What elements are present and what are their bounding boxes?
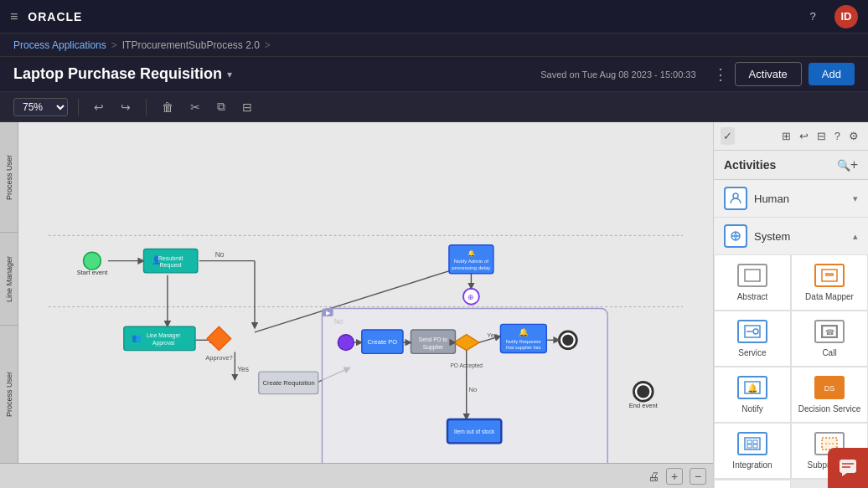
svg-text:DS: DS: [824, 384, 835, 393]
activity-item-abstract[interactable]: Abstract: [714, 254, 791, 311]
svg-rect-83: [747, 440, 752, 444]
page-title: Laptop Purchase Requisition: [13, 65, 222, 83]
svg-text:⊕: ⊕: [468, 292, 474, 301]
user-button[interactable]: ID: [834, 5, 858, 28]
panel-settings-button[interactable]: ⚙: [846, 127, 861, 145]
activity-item-decision-service[interactable]: DS Decision Service: [791, 367, 868, 423]
system-group-label: System: [754, 230, 846, 243]
svg-text:Notify Requestor: Notify Requestor: [506, 339, 541, 344]
activities-search-button[interactable]: 🔍: [837, 159, 850, 172]
service-label: Service: [738, 348, 766, 357]
paste-button[interactable]: ⊟: [237, 97, 257, 117]
human-group-chevron-icon: ▾: [853, 193, 858, 204]
data-mapper-label: Data Mapper: [805, 292, 854, 301]
swim-lanes: Process User Line Manager Process User: [0, 122, 18, 463]
process-diagram: No Yes No Communicate Purchase Request ▶…: [18, 122, 713, 463]
svg-text:Start event: Start event: [77, 269, 108, 276]
activity-item-data-mapper[interactable]: Data Mapper: [791, 254, 868, 311]
abstract-label: Abstract: [737, 292, 768, 301]
svg-marker-62: [207, 326, 230, 350]
activities-header: Activities 🔍 +: [714, 151, 868, 180]
svg-rect-94: [840, 460, 856, 473]
activate-button[interactable]: Activate: [735, 62, 802, 86]
human-group: Human ▾: [714, 180, 868, 218]
zoom-select[interactable]: 75% 50% 100%: [13, 98, 68, 116]
activities-add-button[interactable]: +: [850, 157, 858, 172]
lane-label-line-manager: Line Manager: [5, 256, 13, 302]
zoom-minus-button[interactable]: −: [690, 468, 706, 485]
svg-text:No: No: [469, 386, 478, 393]
cut-button[interactable]: ✂: [185, 97, 205, 117]
svg-point-52: [84, 252, 101, 270]
activity-item-call[interactable]: ☎ Call: [791, 311, 868, 367]
breadcrumb-sep2: >: [265, 39, 271, 51]
svg-text:Approval: Approval: [152, 340, 175, 347]
notify-icon: 🔔: [737, 376, 767, 399]
human-group-header[interactable]: Human ▾: [714, 180, 868, 217]
panel-check-button[interactable]: ✓: [721, 127, 735, 145]
more-button[interactable]: ⋮: [706, 62, 735, 87]
delete-button[interactable]: 🗑: [157, 97, 178, 117]
title-bar: Laptop Purchase Requisition ▾ Saved on T…: [0, 57, 868, 92]
call-icon: ☎: [814, 320, 845, 343]
service-icon: [737, 320, 767, 343]
svg-rect-85: [747, 444, 752, 448]
hamburger-icon[interactable]: ≡: [10, 9, 18, 24]
zoom-plus-button[interactable]: +: [666, 468, 683, 485]
panel-grid-button[interactable]: ⊞: [779, 127, 793, 145]
panel-toolbar: ✓ ⊞ ↩ ⊟ ? ⚙: [714, 122, 868, 151]
svg-text:Yes: Yes: [487, 331, 498, 339]
breadcrumb-app-link[interactable]: Process Applications: [13, 39, 106, 51]
add-button[interactable]: Add: [809, 63, 855, 85]
svg-text:Resubmit: Resubmit: [158, 255, 183, 262]
activity-item-service[interactable]: Service: [714, 311, 791, 367]
svg-text:Notify Admin of: Notify Admin of: [454, 258, 489, 264]
copy-button[interactable]: ⧉: [212, 96, 230, 117]
activities-title: Activities: [724, 158, 837, 172]
help-button[interactable]: ?: [801, 5, 824, 28]
system-items-grid: Abstract Data Mapper: [714, 254, 868, 479]
lane-label-process-user-bottom: Process User: [5, 372, 13, 417]
svg-point-75: [753, 329, 758, 334]
svg-rect-84: [753, 440, 757, 444]
breadcrumb: Process Applications > ITProcurementSubP…: [0, 33, 868, 57]
panel-help-button[interactable]: ?: [832, 127, 843, 145]
svg-text:☎: ☎: [825, 328, 834, 336]
svg-text:Send PO to: Send PO to: [419, 336, 447, 342]
svg-text:🔔: 🔔: [468, 249, 476, 257]
svg-point-66: [733, 193, 738, 198]
svg-text:🔔: 🔔: [519, 327, 529, 337]
svg-rect-86: [753, 444, 757, 448]
title-chevron-icon[interactable]: ▾: [227, 69, 232, 80]
print-button[interactable]: 🖨: [648, 470, 659, 483]
swim-lane-process-user-top: Process User: [0, 122, 18, 233]
chat-bubble-button[interactable]: [828, 448, 868, 488]
call-label: Call: [822, 348, 836, 357]
svg-text:Create Requisition: Create Requisition: [263, 379, 315, 387]
breadcrumb-current: ITProcurementSubProcess 2.0: [122, 39, 260, 51]
activity-item-integration[interactable]: Integration: [714, 423, 791, 479]
panel-table-button[interactable]: ⊟: [814, 127, 829, 145]
svg-point-50: [637, 385, 649, 398]
svg-point-17: [338, 335, 354, 351]
svg-text:Yes: Yes: [237, 365, 249, 373]
svg-marker-97: [842, 473, 847, 476]
system-group-icon: [724, 224, 747, 248]
svg-text:No: No: [215, 250, 225, 259]
navbar: ≡ ORACLE ? ID: [0, 0, 868, 33]
swim-lane-process-user-bottom: Process User: [0, 326, 18, 463]
undo-button[interactable]: ↩: [89, 97, 109, 117]
system-group-header[interactable]: System ▴: [714, 218, 868, 254]
data-mapper-icon: [814, 264, 845, 287]
main-area: Process User Line Manager Process User N…: [0, 122, 868, 488]
activity-item-notify[interactable]: 🔔 Notify: [714, 367, 791, 423]
swim-lane-line-manager: Line Manager: [0, 233, 18, 325]
panel-undo-button[interactable]: ↩: [797, 127, 811, 145]
svg-point-36: [562, 335, 573, 346]
activity-item-upload-form[interactable]: Upload Form: [714, 480, 791, 488]
redo-button[interactable]: ↪: [116, 97, 136, 117]
lane-label-process-user-top: Process User: [5, 155, 13, 200]
right-panel: ✓ ⊞ ↩ ⊟ ? ⚙ Activities 🔍 + Huma: [713, 122, 868, 488]
svg-text:Approve?: Approve?: [205, 354, 232, 362]
canvas-area[interactable]: Process User Line Manager Process User N…: [0, 122, 713, 488]
